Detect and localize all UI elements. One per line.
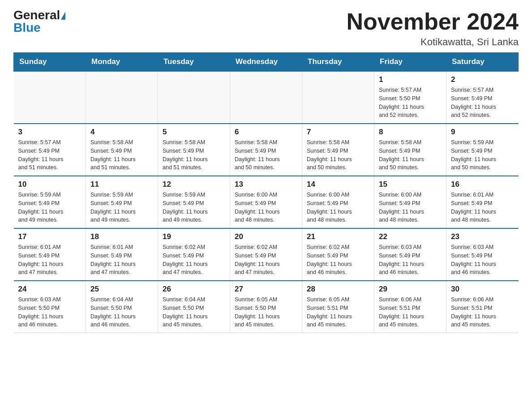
day-info: Sunrise: 6:01 AMSunset: 5:49 PMDaylight:… — [451, 191, 514, 224]
day-info: Sunrise: 6:05 AMSunset: 5:50 PMDaylight:… — [235, 295, 297, 329]
day-number: 22 — [379, 232, 442, 241]
calendar-cell: 20Sunrise: 6:02 AMSunset: 5:49 PMDayligh… — [230, 228, 302, 281]
calendar-cell — [86, 71, 158, 124]
calendar-cell: 23Sunrise: 6:03 AMSunset: 5:49 PMDayligh… — [446, 228, 519, 281]
day-info: Sunrise: 6:06 AMSunset: 5:51 PMDaylight:… — [379, 295, 442, 329]
day-info: Sunrise: 6:01 AMSunset: 5:49 PMDaylight:… — [18, 243, 82, 277]
day-number: 26 — [163, 285, 225, 294]
day-info: Sunrise: 5:58 AMSunset: 5:49 PMDaylight:… — [235, 138, 297, 172]
calendar-cell: 1Sunrise: 5:57 AMSunset: 5:50 PMDaylight… — [374, 71, 446, 124]
day-info: Sunrise: 5:57 AMSunset: 5:49 PMDaylight:… — [18, 138, 82, 172]
logo-blue-text: Blue — [13, 21, 41, 34]
day-number: 4 — [90, 128, 153, 137]
page-header: General Blue November 2024 Kotikawatta, … — [13, 9, 519, 48]
calendar-cell: 29Sunrise: 6:06 AMSunset: 5:51 PMDayligh… — [374, 281, 446, 333]
day-info: Sunrise: 5:59 AMSunset: 5:49 PMDaylight:… — [18, 191, 82, 224]
day-number: 12 — [163, 180, 225, 189]
calendar-cell: 30Sunrise: 6:06 AMSunset: 5:51 PMDayligh… — [446, 281, 519, 333]
day-info: Sunrise: 6:02 AMSunset: 5:49 PMDaylight:… — [307, 243, 369, 277]
day-number: 21 — [307, 232, 369, 241]
day-number: 13 — [235, 180, 297, 189]
day-info: Sunrise: 6:01 AMSunset: 5:49 PMDaylight:… — [90, 243, 153, 277]
day-number: 17 — [18, 232, 82, 241]
day-number: 23 — [451, 232, 514, 241]
calendar-cell: 21Sunrise: 6:02 AMSunset: 5:49 PMDayligh… — [302, 228, 374, 281]
day-number: 10 — [18, 180, 82, 189]
day-info: Sunrise: 6:03 AMSunset: 5:49 PMDaylight:… — [451, 243, 514, 277]
day-info: Sunrise: 6:03 AMSunset: 5:49 PMDaylight:… — [379, 243, 442, 277]
day-info: Sunrise: 5:59 AMSunset: 5:49 PMDaylight:… — [451, 138, 514, 172]
day-info: Sunrise: 5:58 AMSunset: 5:49 PMDaylight:… — [90, 138, 153, 172]
day-number: 28 — [307, 285, 369, 294]
day-info: Sunrise: 6:05 AMSunset: 5:51 PMDaylight:… — [307, 295, 369, 329]
calendar-cell: 26Sunrise: 6:04 AMSunset: 5:50 PMDayligh… — [158, 281, 230, 333]
calendar-cell: 27Sunrise: 6:05 AMSunset: 5:50 PMDayligh… — [230, 281, 302, 333]
day-number: 25 — [90, 285, 153, 294]
day-info: Sunrise: 6:04 AMSunset: 5:50 PMDaylight:… — [90, 295, 153, 329]
location: Kotikawatta, Sri Lanka — [347, 36, 519, 48]
calendar-cell: 28Sunrise: 6:05 AMSunset: 5:51 PMDayligh… — [302, 281, 374, 333]
day-info: Sunrise: 6:04 AMSunset: 5:50 PMDaylight:… — [163, 295, 225, 329]
calendar-cell — [14, 71, 86, 124]
day-info: Sunrise: 5:58 AMSunset: 5:49 PMDaylight:… — [163, 138, 225, 172]
calendar-week-row: 1Sunrise: 5:57 AMSunset: 5:50 PMDaylight… — [14, 71, 519, 124]
col-tuesday: Tuesday — [158, 53, 230, 72]
day-info: Sunrise: 6:02 AMSunset: 5:49 PMDaylight:… — [235, 243, 297, 277]
calendar-cell: 18Sunrise: 6:01 AMSunset: 5:49 PMDayligh… — [86, 228, 158, 281]
calendar-cell: 17Sunrise: 6:01 AMSunset: 5:49 PMDayligh… — [14, 228, 86, 281]
calendar-cell — [230, 71, 302, 124]
calendar-cell: 10Sunrise: 5:59 AMSunset: 5:49 PMDayligh… — [14, 176, 86, 228]
day-number: 30 — [451, 285, 514, 294]
calendar-header: Sunday Monday Tuesday Wednesday Thursday… — [14, 53, 519, 72]
calendar-cell: 22Sunrise: 6:03 AMSunset: 5:49 PMDayligh… — [374, 228, 446, 281]
day-number: 18 — [90, 232, 153, 241]
logo: General Blue — [13, 9, 65, 34]
calendar-week-row: 10Sunrise: 5:59 AMSunset: 5:49 PMDayligh… — [14, 176, 519, 228]
col-wednesday: Wednesday — [230, 53, 302, 72]
day-info: Sunrise: 5:58 AMSunset: 5:49 PMDaylight:… — [307, 138, 369, 172]
day-info: Sunrise: 6:00 AMSunset: 5:49 PMDaylight:… — [379, 191, 442, 224]
calendar-cell: 19Sunrise: 6:02 AMSunset: 5:49 PMDayligh… — [158, 228, 230, 281]
col-sunday: Sunday — [14, 53, 86, 72]
day-number: 16 — [451, 180, 514, 189]
day-number: 29 — [379, 285, 442, 294]
day-info: Sunrise: 5:59 AMSunset: 5:49 PMDaylight:… — [163, 191, 225, 224]
day-info: Sunrise: 5:57 AMSunset: 5:49 PMDaylight:… — [451, 86, 514, 120]
calendar-table: Sunday Monday Tuesday Wednesday Thursday… — [13, 52, 519, 333]
calendar-cell: 15Sunrise: 6:00 AMSunset: 5:49 PMDayligh… — [374, 176, 446, 228]
calendar-cell: 9Sunrise: 5:59 AMSunset: 5:49 PMDaylight… — [446, 124, 519, 176]
day-info: Sunrise: 6:02 AMSunset: 5:49 PMDaylight:… — [163, 243, 225, 277]
day-number: 14 — [307, 180, 369, 189]
day-info: Sunrise: 6:00 AMSunset: 5:49 PMDaylight:… — [235, 191, 297, 224]
days-of-week-row: Sunday Monday Tuesday Wednesday Thursday… — [14, 53, 519, 72]
calendar-cell: 6Sunrise: 5:58 AMSunset: 5:49 PMDaylight… — [230, 124, 302, 176]
calendar-cell: 7Sunrise: 5:58 AMSunset: 5:49 PMDaylight… — [302, 124, 374, 176]
day-number: 24 — [18, 285, 82, 294]
calendar-cell: 5Sunrise: 5:58 AMSunset: 5:49 PMDaylight… — [158, 124, 230, 176]
calendar-body: 1Sunrise: 5:57 AMSunset: 5:50 PMDaylight… — [14, 71, 519, 333]
day-number: 2 — [451, 75, 514, 84]
calendar-cell: 24Sunrise: 6:03 AMSunset: 5:50 PMDayligh… — [14, 281, 86, 333]
calendar-cell: 16Sunrise: 6:01 AMSunset: 5:49 PMDayligh… — [446, 176, 519, 228]
day-number: 3 — [18, 128, 82, 137]
calendar-cell — [302, 71, 374, 124]
col-monday: Monday — [86, 53, 158, 72]
day-number: 1 — [379, 75, 442, 84]
calendar-cell: 12Sunrise: 5:59 AMSunset: 5:49 PMDayligh… — [158, 176, 230, 228]
calendar-cell — [158, 71, 230, 124]
day-number: 9 — [451, 128, 514, 137]
logo-general-text: General — [13, 8, 60, 22]
day-info: Sunrise: 6:03 AMSunset: 5:50 PMDaylight:… — [18, 295, 82, 329]
calendar-cell: 3Sunrise: 5:57 AMSunset: 5:49 PMDaylight… — [14, 124, 86, 176]
day-number: 27 — [235, 285, 297, 294]
calendar-week-row: 3Sunrise: 5:57 AMSunset: 5:49 PMDaylight… — [14, 124, 519, 176]
day-number: 8 — [379, 128, 442, 137]
calendar-week-row: 17Sunrise: 6:01 AMSunset: 5:49 PMDayligh… — [14, 228, 519, 281]
col-saturday: Saturday — [446, 53, 519, 72]
logo-triangle-icon — [61, 12, 65, 20]
calendar-cell: 13Sunrise: 6:00 AMSunset: 5:49 PMDayligh… — [230, 176, 302, 228]
calendar-week-row: 24Sunrise: 6:03 AMSunset: 5:50 PMDayligh… — [14, 281, 519, 333]
day-number: 7 — [307, 128, 369, 137]
col-friday: Friday — [374, 53, 446, 72]
calendar-cell: 14Sunrise: 6:00 AMSunset: 5:49 PMDayligh… — [302, 176, 374, 228]
